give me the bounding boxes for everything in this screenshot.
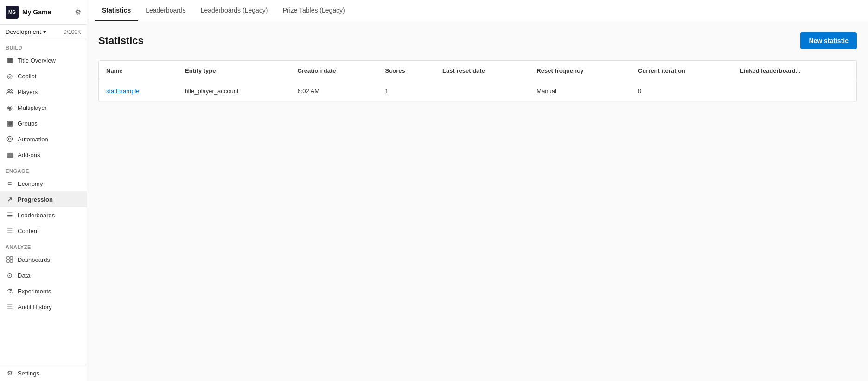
analyze-section-label: ANALYZE	[0, 239, 87, 252]
sidebar-item-label: Title Overview	[18, 57, 56, 64]
chevron-down-icon: ▾	[43, 28, 46, 35]
sidebar-item-label: Economy	[18, 180, 43, 187]
sidebar: MG My Game ⚙ Development ▾ 0/100K BUILD …	[0, 0, 87, 381]
tab-statistics[interactable]: Statistics	[95, 0, 138, 21]
sidebar-item-leaderboards[interactable]: ☰ Leaderboards	[0, 207, 87, 223]
sidebar-item-progression[interactable]: ↗ Progression	[0, 191, 87, 207]
sidebar-item-label: Leaderboards	[18, 212, 55, 219]
sidebar-header: MG My Game ⚙	[0, 0, 87, 25]
page-header: Statistics New statistic	[98, 32, 857, 49]
cell-scores: 1	[377, 81, 435, 102]
copilot-icon: ◎	[6, 72, 14, 80]
tab-leaderboards-legacy[interactable]: Leaderboards (Legacy)	[193, 0, 275, 21]
data-icon: ⊙	[6, 271, 14, 279]
sidebar-item-label: Progression	[18, 196, 53, 203]
engage-section-label: ENGAGE	[0, 163, 87, 176]
page-title: Statistics	[98, 35, 144, 47]
svg-point-0	[8, 89, 10, 91]
statistics-table-container: Name Entity type Creation date Scores La…	[98, 60, 857, 102]
title-overview-icon: ▦	[6, 56, 14, 64]
main-content: Statistics Leaderboards Leaderboards (Le…	[87, 0, 868, 381]
sidebar-item-copilot[interactable]: ◎ Copilot	[0, 68, 87, 84]
svg-point-2	[8, 138, 11, 140]
tab-prize-tables-legacy[interactable]: Prize Tables (Legacy)	[275, 0, 352, 21]
tab-leaderboards[interactable]: Leaderboards	[138, 0, 193, 21]
sidebar-item-label: Copilot	[18, 73, 36, 80]
sidebar-item-audit-history[interactable]: ☰ Audit History	[0, 299, 87, 315]
economy-icon: ≡	[6, 179, 14, 188]
multiplayer-icon: ◉	[6, 103, 14, 112]
settings-icon: ⚙	[6, 369, 14, 377]
col-header-name: Name	[99, 61, 178, 81]
statistics-table: Name Entity type Creation date Scores La…	[99, 61, 856, 102]
svg-rect-5	[10, 257, 13, 259]
sidebar-item-automation[interactable]: Automation	[0, 131, 87, 147]
new-statistic-button[interactable]: New statistic	[800, 32, 857, 49]
sidebar-item-label: Players	[18, 89, 38, 95]
sidebar-item-label: Settings	[18, 370, 39, 377]
sidebar-item-experiments[interactable]: ⚗ Experiments	[0, 283, 87, 299]
env-name: Development	[6, 28, 41, 35]
svg-rect-7	[10, 260, 13, 262]
progression-icon: ↗	[6, 195, 14, 203]
col-header-creation-date: Creation date	[290, 61, 377, 81]
audit-history-icon: ☰	[6, 303, 14, 311]
sidebar-item-economy[interactable]: ≡ Economy	[0, 176, 87, 191]
svg-point-1	[11, 90, 13, 92]
app-logo: MG	[6, 6, 19, 19]
content-icon: ☰	[6, 227, 14, 235]
env-selector[interactable]: Development ▾ 0/100K	[0, 25, 87, 39]
app-title: My Game	[22, 8, 51, 16]
col-header-scores: Scores	[377, 61, 435, 81]
top-tabs: Statistics Leaderboards Leaderboards (Le…	[87, 0, 868, 21]
sidebar-item-label: Audit History	[18, 304, 52, 311]
sidebar-item-settings[interactable]: ⚙ Settings	[0, 365, 87, 381]
cell-name: statExample	[99, 81, 178, 102]
groups-icon: ▣	[6, 119, 14, 127]
dashboards-icon	[6, 255, 14, 264]
sidebar-item-label: Content	[18, 228, 39, 235]
settings-gear-icon[interactable]: ⚙	[75, 8, 81, 17]
sidebar-item-label: Groups	[18, 120, 38, 127]
players-icon	[6, 88, 14, 96]
cell-linked-leaderboard	[733, 81, 856, 102]
cell-creation-date: 6:02 AM	[290, 81, 377, 102]
add-ons-icon: ▦	[6, 151, 14, 159]
col-header-last-reset-date: Last reset date	[435, 61, 529, 81]
cell-reset-frequency: Manual	[529, 81, 631, 102]
sidebar-item-add-ons[interactable]: ▦ Add-ons	[0, 147, 87, 163]
page-content: Statistics New statistic Name Entity typ…	[87, 21, 868, 381]
svg-rect-4	[7, 257, 9, 259]
sidebar-logo-area: MG My Game	[6, 6, 51, 19]
col-header-linked-leaderboard: Linked leaderboard...	[733, 61, 856, 81]
sidebar-item-label: Automation	[18, 136, 48, 143]
leaderboards-icon: ☰	[6, 211, 14, 219]
sidebar-item-groups[interactable]: ▣ Groups	[0, 115, 87, 131]
sidebar-item-label: Data	[18, 272, 30, 279]
col-header-entity-type: Entity type	[178, 61, 290, 81]
experiments-icon: ⚗	[6, 287, 14, 295]
sidebar-item-label: Multiplayer	[18, 104, 47, 111]
col-header-reset-frequency: Reset frequency	[529, 61, 631, 81]
svg-point-3	[7, 136, 12, 141]
cell-entity-type: title_player_account	[178, 81, 290, 102]
sidebar-item-data[interactable]: ⊙ Data	[0, 267, 87, 283]
stat-example-link[interactable]: statExample	[106, 88, 140, 95]
sidebar-item-multiplayer[interactable]: ◉ Multiplayer	[0, 100, 87, 115]
table-header-row: Name Entity type Creation date Scores La…	[99, 61, 856, 81]
sidebar-item-content[interactable]: ☰ Content	[0, 223, 87, 239]
build-section-label: BUILD	[0, 39, 87, 52]
svg-rect-6	[7, 260, 9, 262]
sidebar-item-label: Dashboards	[18, 256, 50, 263]
sidebar-item-dashboards[interactable]: Dashboards	[0, 252, 87, 267]
sidebar-item-label: Add-ons	[18, 152, 40, 159]
col-header-current-iteration: Current iteration	[631, 61, 733, 81]
cell-current-iteration: 0	[631, 81, 733, 102]
sidebar-item-title-overview[interactable]: ▦ Title Overview	[0, 52, 87, 68]
table-row: statExample title_player_account 6:02 AM…	[99, 81, 856, 102]
env-count: 0/100K	[64, 29, 81, 35]
automation-icon	[6, 135, 14, 143]
sidebar-item-label: Experiments	[18, 288, 51, 295]
sidebar-item-players[interactable]: Players	[0, 84, 87, 100]
cell-last-reset-date	[435, 81, 529, 102]
